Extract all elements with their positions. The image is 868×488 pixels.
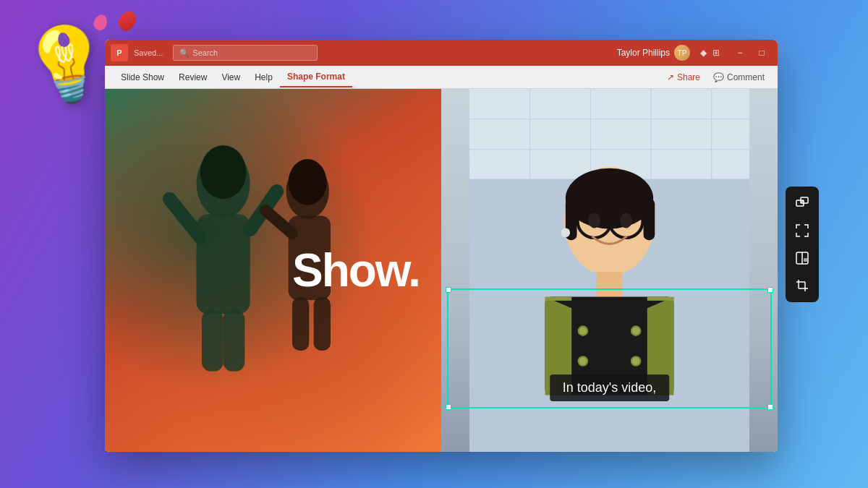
comment-icon: 💬 [713, 72, 724, 82]
svg-point-30 [620, 213, 632, 228]
handle-bottom-right[interactable] [767, 404, 773, 410]
slide-show-text: Show. [292, 244, 420, 297]
svg-point-29 [588, 213, 600, 228]
tab-shapeformat[interactable]: Shape Format [280, 67, 352, 87]
floating-toolbar [786, 187, 819, 302]
tab-review[interactable]: Review [171, 68, 214, 87]
toolbar-layout-button[interactable] [790, 246, 814, 270]
svg-rect-5 [224, 310, 245, 372]
slide-area: Show. [105, 89, 778, 452]
svg-point-39 [561, 228, 571, 237]
search-text: Search [192, 48, 218, 57]
toolbar-fullscreen-button[interactable] [790, 218, 814, 243]
share-button[interactable]: ↗ Share [663, 70, 705, 85]
svg-rect-4 [202, 310, 224, 372]
svg-rect-45 [804, 258, 807, 262]
svg-point-12 [289, 159, 327, 205]
maximize-button[interactable]: □ [752, 45, 772, 61]
search-bar[interactable]: 🔍 Search [173, 45, 318, 61]
share-icon: ↗ [667, 72, 674, 82]
user-avatar: TP [674, 45, 690, 61]
fullscreen-icon [796, 224, 809, 237]
caption-text: In today's video, [563, 380, 657, 395]
avatar-initials: TP [678, 49, 687, 57]
window-controls: − □ [730, 45, 772, 61]
ppt-logo: P [111, 44, 128, 61]
comment-button[interactable]: 💬 Comment [709, 70, 769, 85]
crop-icon [796, 279, 809, 292]
ribbon-actions: ↗ Share 💬 Comment [663, 70, 769, 85]
grid-icon[interactable]: ⊞ [712, 48, 720, 58]
caption-bar: In today's video, [550, 374, 670, 401]
tab-view[interactable]: View [214, 68, 247, 87]
swap-icon [796, 197, 809, 210]
title-bar-left: P Saved... [111, 44, 163, 61]
slide-right-panel: In today's video, [441, 89, 778, 452]
svg-rect-11 [314, 297, 331, 351]
handle-bottom-left[interactable] [446, 404, 451, 410]
ribbon: Slide Show Review View Help Shape Format… [105, 66, 778, 89]
title-bar: P Saved... 🔍 Search Taylor Phillips TP ◆… [105, 40, 778, 66]
svg-rect-13 [469, 89, 749, 180]
svg-line-9 [265, 210, 292, 234]
title-bar-icons: ◆ ⊞ [700, 48, 720, 58]
diamond-icon[interactable]: ◆ [700, 48, 707, 58]
slide-left-panel: Show. [105, 89, 441, 452]
minimize-button[interactable]: − [730, 45, 750, 61]
user-name: Taylor Phillips [617, 48, 670, 58]
svg-rect-25 [644, 199, 655, 241]
user-info: Taylor Phillips TP [617, 45, 690, 61]
saved-indicator: Saved... [134, 48, 163, 57]
handle-top-right[interactable] [767, 287, 773, 293]
search-icon: 🔍 [179, 48, 190, 58]
tab-help[interactable]: Help [247, 68, 280, 87]
comment-label: Comment [727, 72, 765, 82]
svg-rect-1 [197, 214, 250, 314]
toolbar-swap-button[interactable] [790, 191, 814, 215]
share-label: Share [677, 72, 700, 82]
svg-rect-10 [292, 297, 309, 351]
powerpoint-window: P Saved... 🔍 Search Taylor Phillips TP ◆… [105, 40, 778, 452]
tab-slideshow[interactable]: Slide Show [114, 68, 171, 87]
toolbar-crop-button[interactable] [790, 273, 814, 298]
handle-top-left[interactable] [446, 287, 451, 293]
slide-content: Show. [105, 89, 778, 452]
svg-point-6 [200, 145, 247, 199]
svg-line-2 [169, 199, 200, 237]
layout-icon [796, 252, 809, 265]
